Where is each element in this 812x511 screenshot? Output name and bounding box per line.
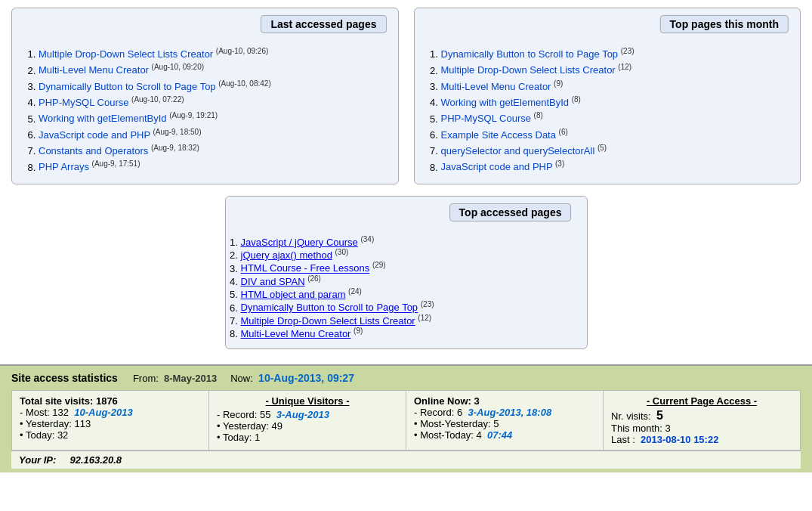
page-link[interactable]: PHP-MySQL Course [39,97,128,108]
uv-yesterday-value: 49 [272,420,283,432]
top-month-list: Dynamically Button to Scroll to Page Top… [426,47,789,173]
uv-record-value: 55 [260,409,270,420]
page-link[interactable]: Example Site Access Data [441,129,556,141]
page-link[interactable]: Dynamically Button to Scroll to Page Top [441,48,619,60]
nr-visits-value: 5 [656,409,663,422]
now-label: Now: [230,373,253,384]
this-month-line: This month: 3 [611,423,792,434]
online-most-yesterday-value: 5 [493,418,499,429]
page-link[interactable]: JavaScript code and PHP [39,129,150,141]
total-visits-line: Total site visits: 1876 [20,395,201,407]
list-item: JavaScript code and PHP (3) [441,159,789,172]
page-link[interactable]: Multiple Drop-Down Select Lists Creator [39,48,213,60]
uv-record-label: - Record: [217,409,257,420]
page-link[interactable]: Multi-Level Menu Creator [441,81,551,92]
from-date: 8-May-2013 [164,373,217,384]
page-link[interactable]: querySelector and querySelectorAll [441,145,595,156]
page-link[interactable]: PHP-MySQL Course [441,113,531,125]
online-most-yesterday-line: • Most-Yesterday: 5 [414,418,595,429]
list-item: PHP-MySQL Course (Aug-10, 07:22) [39,95,387,108]
most-value: 132 [52,407,69,418]
online-most-today-line: • Most-Today: 4 07:44 [414,429,595,441]
yesterday-label: Yesterday: [26,418,72,429]
uv-yesterday-line: • Yesterday: 49 [217,420,398,432]
yesterday-value: 113 [75,418,91,429]
page-link[interactable]: Working with getElementById [441,97,570,108]
list-item: HTML object and param (24) [241,287,572,300]
this-month-label: This month: [611,423,662,434]
list-item: Dynamically Button to Scroll to Page Top… [241,300,572,313]
top-month-title: Top pages this month [660,15,789,33]
page-link[interactable]: Multi-Level Menu Creator [39,65,149,76]
online-record-date: 3-Aug-2013, 18:08 [468,407,552,418]
page-link[interactable]: DIV and SPAN [241,276,305,287]
top-month-panel: Top pages this month Dynamically Button … [414,8,801,184]
list-item: Working with getElementById (Aug-9, 19:2… [39,111,387,124]
yesterday-line: • Yesterday: 113 [20,418,201,429]
uv-yesterday-label: Yesterday: [223,420,269,432]
page-link[interactable]: Dynamically Button to Scroll to Page Top [241,302,418,314]
list-item: Dynamically Button to Scroll to Page Top… [441,47,789,60]
online-box: Online Now: 3 - Record: 6 3-Aug-2013, 18… [406,391,604,450]
online-most-today-value: 4 [477,429,482,441]
uv-today-line: • Today: 1 [217,432,398,443]
ip-value: 92.163.20.8 [69,454,122,466]
page-link[interactable]: jQuery ajax() method [241,249,332,261]
online-record-value: 6 [457,407,462,418]
page-link[interactable]: Constants and Operators [39,145,148,156]
current-page-title: - Current Page Access - [611,395,792,407]
page-link[interactable]: HTML Course - Free Lessons [241,263,370,274]
online-record-line: - Record: 6 3-Aug-2013, 18:08 [414,407,595,418]
total-visits-label: Total site visits: [20,395,93,407]
list-item: Multi-Level Menu Creator (Aug-10, 09:20) [39,63,387,76]
list-item: querySelector and querySelectorAll (5) [441,144,789,156]
this-month-value: 3 [665,423,671,434]
list-item: Dynamically Button to Scroll to Page Top… [39,79,387,92]
page-link[interactable]: Dynamically Button to Scroll to Page Top [39,81,216,92]
page-link[interactable]: HTML object and param [241,289,346,300]
last-access-line: Last : 2013-08-10 15:22 [611,434,792,445]
list-item: JavaScript code and PHP (Aug-9, 18:50) [39,128,387,141]
stats-section: Site access statistics From: 8-May-2013 … [0,364,812,472]
last-accessed-title: Last accessed pages [261,15,386,33]
top-accessed-list: JavaScript / jQuery Course (34)jQuery aj… [241,235,572,340]
page-link[interactable]: PHP Arrays [39,162,89,173]
today-line: • Today: 32 [20,429,201,441]
stats-header: Site access statistics From: 8-May-2013 … [11,372,801,384]
online-record-label: - Record: [414,407,454,418]
now-date: 10-Aug-2013, 09:27 [258,372,354,384]
nr-visits-line: Nr. visits: 5 [611,409,792,423]
page-link[interactable]: Multi-Level Menu Creator [241,328,351,339]
stats-title: Site access statistics [11,372,118,384]
online-most-yesterday-label: Most-Yesterday: [420,418,490,429]
list-item: Example Site Access Data (6) [441,128,789,141]
list-item: Constants and Operators (Aug-9, 18:32) [39,144,387,156]
online-title-line: Online Now: 3 [414,395,595,407]
ip-label: Your IP: [19,454,56,466]
list-item: Multiple Drop-Down Select Lists Creator … [241,314,572,327]
today-value: 32 [57,429,68,441]
online-most-today-time: 07:44 [487,429,512,441]
most-line: - Most: 132 10-Aug-2013 [20,407,201,418]
page-link[interactable]: Multiple Drop-Down Select Lists Creator [241,315,415,327]
page-link[interactable]: JavaScript / jQuery Course [241,237,358,248]
online-title: Online Now: [414,395,471,407]
last-accessed-list: Multiple Drop-Down Select Lists Creator … [23,47,387,173]
page-link[interactable]: Multiple Drop-Down Select Lists Creator [441,65,616,76]
uv-record-line: - Record: 55 3-Aug-2013 [217,409,398,420]
page-link[interactable]: JavaScript code and PHP [441,162,553,173]
list-item: Working with getElementById (8) [441,95,789,108]
page-link[interactable]: Working with getElementById [39,113,167,125]
top-accessed-panel: Top accessed pages JavaScript / jQuery C… [225,196,588,350]
last-accessed-panel: Last accessed pages Multiple Drop-Down S… [11,8,399,184]
list-item: JavaScript / jQuery Course (34) [241,235,572,248]
list-item: Multi-Level Menu Creator (9) [441,79,789,92]
unique-visitors-title: - Unique Visitors - [217,395,398,407]
nr-visits-label: Nr. visits: [611,410,651,422]
uv-today-value: 1 [255,432,260,443]
stats-from: From: 8-May-2013 Now: 10-Aug-2013, 09:27 [133,372,354,384]
online-value: 3 [474,395,479,407]
list-item: PHP Arrays (Aug-9, 17:51) [39,159,387,172]
stats-grid: Total site visits: 1876 - Most: 132 10-A… [11,390,801,451]
list-item: Multiple Drop-Down Select Lists Creator … [441,63,789,76]
